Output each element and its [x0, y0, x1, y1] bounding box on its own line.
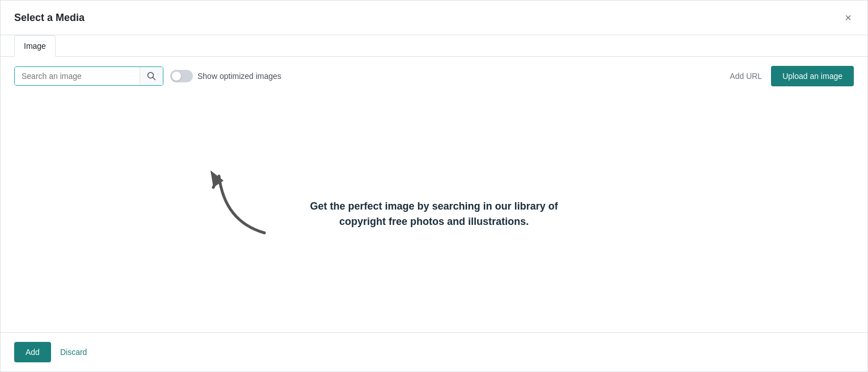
- search-wrapper: [14, 66, 163, 86]
- arrow-icon: [208, 153, 281, 236]
- toggle-label: Show optimized images: [197, 72, 281, 81]
- empty-state-text: Get the perfect image by searching in ou…: [310, 199, 558, 229]
- modal-title: Select a Media: [14, 12, 85, 24]
- arrow-container: [208, 153, 281, 238]
- modal-header: Select a Media ×: [1, 1, 867, 35]
- optimized-images-toggle[interactable]: [170, 70, 193, 82]
- discard-button[interactable]: Discard: [60, 348, 87, 357]
- toolbar-right: Add URL Upload an image: [730, 66, 854, 86]
- empty-state-line1: Get the perfect image by searching in ou…: [310, 199, 558, 229]
- add-button[interactable]: Add: [14, 342, 51, 362]
- empty-state: Get the perfect image by searching in ou…: [310, 199, 558, 229]
- close-button[interactable]: ×: [842, 10, 854, 26]
- search-input[interactable]: [15, 67, 140, 85]
- search-icon: [147, 72, 156, 81]
- add-url-button[interactable]: Add URL: [730, 72, 762, 81]
- tabs-container: Image: [1, 35, 867, 57]
- modal-body: Get the perfect image by searching in ou…: [1, 95, 867, 332]
- toggle-container: Show optimized images: [170, 70, 281, 82]
- svg-line-1: [153, 78, 155, 80]
- toolbar: Show optimized images Add URL Upload an …: [1, 57, 867, 95]
- search-button[interactable]: [140, 67, 163, 85]
- select-media-modal: Select a Media × Image Show optimized im…: [0, 0, 868, 372]
- tab-image[interactable]: Image: [14, 35, 56, 57]
- upload-image-button[interactable]: Upload an image: [771, 66, 854, 86]
- modal-footer: Add Discard: [1, 332, 867, 371]
- toggle-slider: [170, 70, 193, 82]
